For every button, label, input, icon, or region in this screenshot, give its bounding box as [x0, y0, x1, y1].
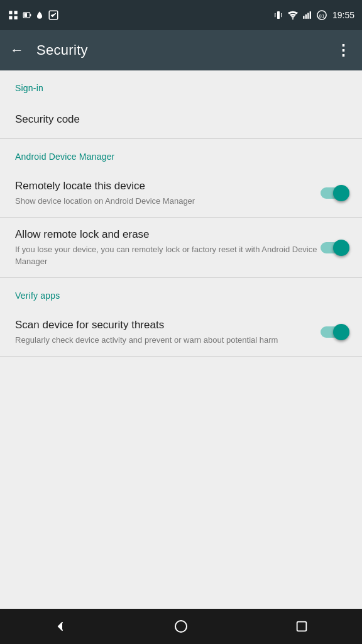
grid-icon [8, 9, 19, 21]
toggle-thumb-2 [333, 240, 349, 256]
nav-back-button[interactable] [41, 609, 79, 644]
circle-badge-icon: 81 [315, 9, 329, 21]
svg-rect-12 [303, 16, 304, 19]
svg-rect-5 [30, 14, 31, 16]
section-header-adm: Android Device Manager [0, 139, 362, 169]
svg-rect-19 [297, 622, 307, 631]
nav-back-icon [53, 619, 68, 634]
settings-item-scan-device-title: Scan device for security threats [15, 318, 318, 332]
svg-point-11 [292, 18, 293, 19]
settings-item-security-code[interactable]: Security code [0, 101, 362, 138]
status-bar: 81 19:55 [0, 0, 362, 30]
toggle-scan-device-container [321, 324, 349, 340]
settings-item-remote-lock-subtitle: If you lose your device, you can remotel… [15, 244, 318, 267]
nav-recent-icon [295, 619, 309, 633]
svg-point-18 [175, 621, 187, 632]
toggle-remotely-locate[interactable] [321, 185, 349, 201]
settings-item-remotely-locate-subtitle: Show device location on Android Device M… [15, 196, 318, 207]
nav-home-button[interactable] [162, 609, 200, 644]
toggle-remotely-locate-container [321, 185, 349, 201]
svg-rect-0 [9, 11, 12, 14]
status-bar-left-icons [8, 9, 59, 21]
content-area: Sign-in Security code Android Device Man… [0, 70, 362, 609]
vibrate-icon [273, 9, 283, 21]
section-header-signin: Sign-in [0, 70, 362, 101]
app-bar: ← Security ⋮ [0, 30, 362, 70]
toggle-remote-lock-container [321, 240, 349, 256]
battery-icon [23, 9, 31, 21]
signal-icon [302, 9, 311, 21]
settings-item-remote-lock-title: Allow remote lock and erase [15, 228, 318, 242]
svg-rect-1 [14, 11, 18, 14]
svg-rect-2 [9, 16, 12, 19]
toggle-thumb [333, 185, 349, 201]
svg-rect-8 [277, 11, 280, 19]
more-options-button[interactable]: ⋮ [336, 42, 352, 59]
svg-rect-9 [275, 13, 275, 18]
nav-recent-button[interactable] [283, 609, 321, 644]
svg-rect-13 [305, 14, 307, 19]
wifi-icon [287, 9, 299, 21]
section-header-verify: Verify apps [0, 278, 362, 308]
toggle-remote-lock[interactable] [321, 240, 349, 256]
svg-rect-14 [307, 13, 309, 19]
status-bar-right: 81 19:55 [273, 9, 354, 21]
settings-item-remotely-locate-title: Remotely locate this device [15, 179, 318, 193]
nav-home-icon [173, 619, 189, 634]
back-button[interactable]: ← [10, 42, 24, 58]
divider-4 [0, 356, 362, 357]
svg-rect-10 [282, 13, 282, 18]
water-icon [35, 9, 44, 21]
settings-item-scan-device[interactable]: Scan device for security threats Regular… [0, 308, 362, 356]
settings-item-remote-lock[interactable]: Allow remote lock and erase If you lose … [0, 218, 362, 277]
settings-item-scan-device-subtitle: Regularly check device activity and prev… [15, 335, 318, 346]
nav-bar [0, 609, 362, 644]
toggle-scan-device[interactable] [321, 324, 349, 340]
svg-text:81: 81 [319, 13, 325, 19]
status-time: 19:55 [332, 10, 354, 20]
app-bar-left: ← Security [10, 42, 88, 58]
svg-rect-15 [310, 11, 311, 19]
svg-rect-3 [14, 16, 18, 19]
svg-rect-6 [24, 13, 27, 17]
toggle-thumb-3 [333, 324, 349, 340]
settings-item-remotely-locate[interactable]: Remotely locate this device Show device … [0, 169, 362, 217]
page-title: Security [36, 42, 88, 58]
settings-item-security-code-title: Security code [15, 113, 347, 126]
check-icon [48, 9, 59, 21]
